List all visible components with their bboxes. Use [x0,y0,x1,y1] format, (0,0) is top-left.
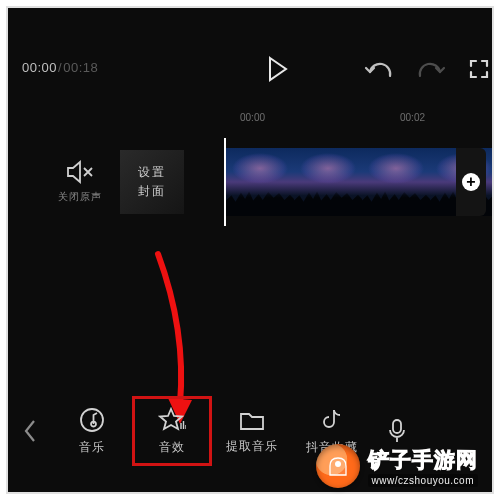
timeline-ruler: 00:00 00:02 [8,112,492,128]
star-icon [158,407,186,433]
tool-extract-music[interactable]: 提取音乐 [212,396,292,466]
clip-frame [362,148,430,216]
tool-sfx[interactable]: 音效 [132,396,212,466]
timeline-track[interactable]: + [224,138,492,226]
tool-music[interactable]: 音乐 [52,396,132,466]
watermark: 铲子手游网 www/czshouyou.com [316,444,478,488]
ruler-mark: 00:00 [240,112,265,123]
svg-point-1 [81,409,103,431]
timecode-duration: 00:18 [63,60,98,75]
timeline-left-strip: 关闭原声 设置 封面 [8,138,224,226]
add-clip-button[interactable]: + [456,148,486,216]
editor-screen: 00:00/00:18 00:00 00:02 关闭原声 设置 封面 [6,6,494,494]
video-clip[interactable] [226,148,492,216]
watermark-logo [316,444,360,488]
timecode: 00:00/00:18 [22,60,98,75]
plus-icon: + [462,173,480,191]
watermark-url: www/czshouyou.com [368,474,478,487]
clip-frame [226,148,294,216]
svg-point-3 [335,461,341,467]
music-note-icon [79,407,105,433]
fullscreen-button[interactable] [462,52,496,86]
mute-label: 关闭原声 [58,190,102,204]
speaker-mute-icon [66,160,94,184]
back-button[interactable] [8,396,52,466]
undo-button[interactable] [362,52,396,86]
folder-icon [238,408,266,432]
douyin-icon [320,407,344,433]
redo-button[interactable] [414,52,448,86]
play-button[interactable] [260,52,294,86]
mute-original-audio[interactable]: 关闭原声 [58,160,102,204]
ruler-mark: 00:02 [400,112,425,123]
watermark-name: 铲子手游网 [368,446,478,474]
clip-frame [294,148,362,216]
svg-rect-2 [393,420,401,433]
microphone-icon [386,418,408,444]
set-cover-button[interactable]: 设置 封面 [120,150,184,214]
timecode-current: 00:00 [22,60,57,75]
